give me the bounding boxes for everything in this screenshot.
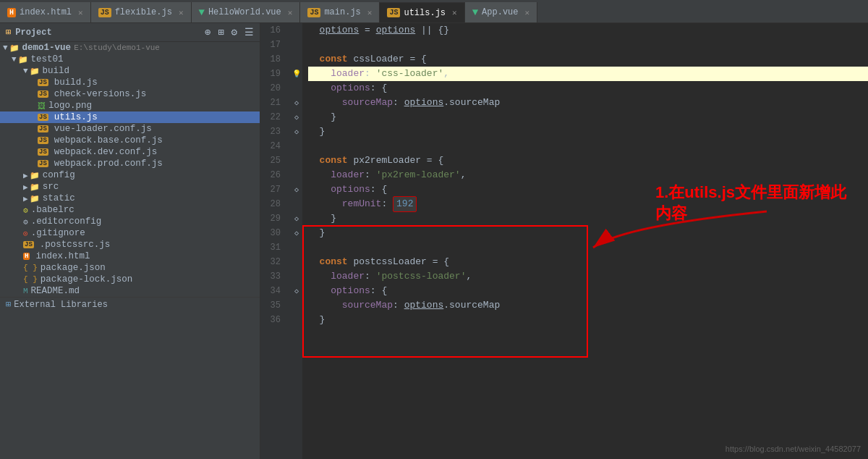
- line-25: 25: [260, 153, 285, 168]
- file-name: .editorconfig: [31, 216, 102, 227]
- tab-label: HelloWorld.vue: [208, 7, 281, 17]
- tab-helloworld-vue[interactable]: ▼ HelloWorld.vue ✕: [192, 2, 301, 22]
- tab-close[interactable]: ✕: [452, 8, 457, 17]
- vue-icon: ▼: [472, 7, 478, 18]
- gutter-20: [291, 81, 302, 96]
- tab-label: utils.js: [404, 8, 446, 18]
- code-line-18: const cssLoader = {: [308, 52, 868, 67]
- code-editor[interactable]: 16 17 18 19 20 21 22 23 24 25 26 27 28 2…: [260, 23, 868, 459]
- tab-app-vue[interactable]: ▼ App.vue ✕: [465, 2, 537, 22]
- folder-icon: 📁: [30, 67, 40, 76]
- gutter-17: [291, 38, 302, 52]
- gutter-35: [291, 298, 302, 313]
- line-20: 20: [260, 81, 285, 96]
- folder-icon: 📁: [30, 194, 40, 203]
- gutter-23: ◇: [291, 125, 302, 139]
- gutter-30: ◇: [291, 226, 302, 240]
- tree-build[interactable]: ▼ 📁 build: [0, 65, 260, 77]
- file-name: utils.js: [54, 112, 98, 122]
- line-26: 26: [260, 168, 285, 182]
- babelrc-icon: ⚙: [23, 206, 28, 215]
- file-name: package-lock.json: [41, 274, 133, 285]
- gutter-18: [291, 52, 302, 67]
- tab-flexible-js[interactable]: JS flexible.js ✕: [91, 2, 192, 22]
- folder-name: config: [43, 170, 75, 180]
- gutter: 💡 ◇ ◇ ◇ ◇ ◇ ◇ ◇: [291, 23, 302, 459]
- code-line-35: sourceMap: options.sourceMap: [308, 298, 868, 313]
- tree-utils-js[interactable]: JS utils.js: [0, 111, 260, 123]
- code-line-24: [308, 139, 868, 153]
- tree-readme[interactable]: M README.md: [0, 285, 260, 297]
- tree-static[interactable]: ▶ 📁 static: [0, 193, 260, 204]
- gutter-32: [291, 255, 302, 269]
- js-icon: JS: [98, 8, 111, 17]
- gutter-24: [291, 139, 302, 153]
- file-name: webpack.base.conf.js: [54, 135, 163, 146]
- code-line-32: const postcssLoader = {: [308, 255, 868, 269]
- toolbar-icon-3[interactable]: ⚙: [231, 26, 237, 38]
- code-line-30: }: [308, 226, 868, 240]
- tab-main-js[interactable]: JS main.js ✕: [300, 2, 380, 22]
- json-icon: { }: [23, 275, 38, 284]
- tab-label: index.html: [20, 7, 72, 17]
- tab-close[interactable]: ✕: [367, 8, 373, 17]
- tree-build-js[interactable]: JS build.js: [0, 77, 260, 88]
- tab-index-html[interactable]: H index.html ✕: [0, 2, 91, 22]
- line-36: 36: [260, 313, 285, 327]
- tab-utils-js[interactable]: JS utils.js ✕: [380, 2, 464, 22]
- tree-logo[interactable]: 🖼 logo.png: [0, 100, 260, 111]
- folder-name: src: [43, 182, 59, 192]
- tree-babelrc[interactable]: ⚙ .babelrc: [0, 204, 260, 216]
- gutter-16: [291, 23, 302, 38]
- tree-test01[interactable]: ▼ 📁 test01: [0, 54, 260, 65]
- file-name: .gitignore: [31, 228, 85, 238]
- expand-icon: ▶: [23, 194, 28, 203]
- tree-webpack-dev[interactable]: JS webpack.dev.conf.js: [0, 146, 260, 158]
- tree-package-json[interactable]: { } package.json: [0, 262, 260, 274]
- gutter-31: [291, 240, 302, 255]
- tree-webpack-base[interactable]: JS webpack.base.conf.js: [0, 135, 260, 146]
- code-line-17: [308, 38, 868, 52]
- tree-src[interactable]: ▶ 📁 src: [0, 181, 260, 193]
- tree-root[interactable]: ▼ 📁 demo1-vue E:\study\demo1-vue: [0, 42, 260, 54]
- external-libraries[interactable]: ⊞ External Libraries: [0, 297, 260, 311]
- sidebar: ⊞ Project ⊕ ⊞ ⚙ ☰ ▼ 📁 demo1-vue E:\study…: [0, 23, 260, 459]
- tree-index-html[interactable]: H index.html: [0, 250, 260, 262]
- gutter-28: [291, 197, 302, 211]
- gutter-26: [291, 168, 302, 182]
- gutter-33: [291, 269, 302, 284]
- line-28: 28: [260, 197, 285, 211]
- code-line-23: }: [308, 125, 868, 139]
- tree-vue-loader[interactable]: JS vue-loader.conf.js: [0, 123, 260, 135]
- folder-icon: 📁: [18, 55, 28, 64]
- gutter-29: ◇: [291, 211, 302, 226]
- tree-webpack-prod[interactable]: JS webpack.prod.conf.js: [0, 158, 260, 169]
- tree-package-lock[interactable]: { } package-lock.json: [0, 274, 260, 285]
- tab-close[interactable]: ✕: [179, 8, 184, 17]
- line-numbers: 16 17 18 19 20 21 22 23 24 25 26 27 28 2…: [260, 23, 291, 459]
- tree-gitignore[interactable]: ⊙ .gitignore: [0, 227, 260, 239]
- toolbar-icon-4[interactable]: ☰: [244, 26, 254, 38]
- code-line-21: sourceMap: options.sourceMap: [308, 96, 868, 110]
- tab-label: main.js: [324, 7, 360, 17]
- toolbar-icon-1[interactable]: ⊕: [205, 26, 210, 38]
- js-file-icon: JS: [38, 79, 48, 86]
- js-file-icon: JS: [38, 137, 48, 144]
- tree-config[interactable]: ▶ 📁 config: [0, 169, 260, 181]
- tab-close[interactable]: ✕: [288, 8, 293, 17]
- gutter-27: ◇: [291, 182, 302, 197]
- file-name: build.js: [54, 77, 98, 88]
- file-name: webpack.dev.conf.js: [54, 147, 158, 157]
- tab-close[interactable]: ✕: [78, 8, 83, 17]
- tab-close[interactable]: ✕: [525, 8, 530, 17]
- code-line-34: options: {: [308, 284, 868, 298]
- tree-editorconfig[interactable]: ⚙ .editorconfig: [0, 216, 260, 227]
- line-35: 35: [260, 298, 285, 313]
- gutter-19: 💡: [291, 67, 302, 81]
- folder-name: test01: [31, 54, 64, 64]
- tree-check-versions[interactable]: JS check-versions.js: [0, 88, 260, 100]
- toolbar-icon-2[interactable]: ⊞: [218, 26, 224, 38]
- line-31: 31: [260, 240, 285, 255]
- config-icon: ⚙: [23, 217, 28, 227]
- tree-postcssrc[interactable]: JS .postcssrc.js: [0, 239, 260, 250]
